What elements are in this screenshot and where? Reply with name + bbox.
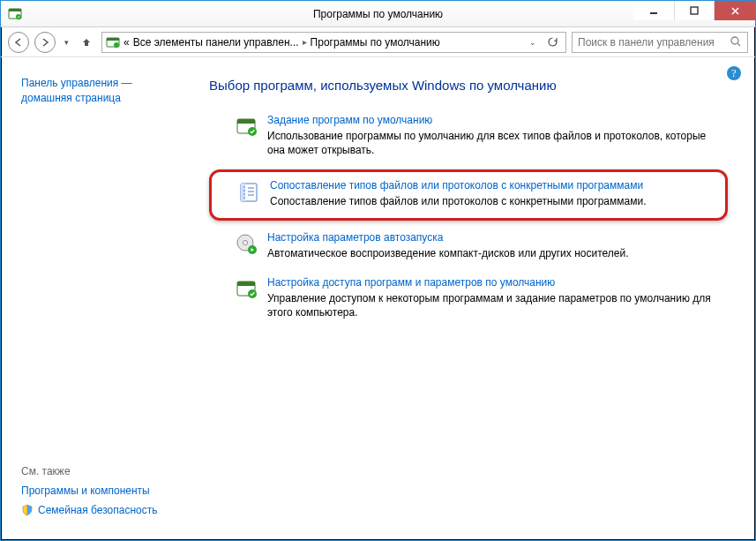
home-link-line1: Панель управления — [21, 77, 132, 89]
control-panel-home-link[interactable]: Панель управления — домашняя страница [21, 76, 191, 106]
chevron-right-icon: ▸ [303, 37, 307, 47]
option-title-3[interactable]: Настройка параметров автозапуска [267, 231, 719, 244]
window-root: Программы по умолчанию ▾ [0, 0, 756, 541]
breadcrumb-item-2[interactable]: Программы по умолчанию [311, 36, 440, 49]
sidebar-see-also: См. также Программы и компоненты Семейна… [21, 465, 191, 523]
family-safety-link[interactable]: Семейная безопасность [21, 504, 191, 516]
breadcrumb-prefix[interactable]: « [124, 36, 130, 49]
option-autoplay-settings: Настройка параметров автозапуска Автомат… [209, 226, 728, 269]
svg-rect-3 [650, 12, 657, 14]
svg-rect-6 [107, 38, 119, 41]
close-button[interactable] [715, 1, 755, 20]
option-title-2[interactable]: Сопоставление типов файлов или протоколо… [270, 179, 716, 192]
svg-rect-15 [241, 184, 245, 201]
option-set-default-programs: Задание программ по умолчанию Использова… [209, 109, 728, 166]
option-title-4[interactable]: Настройка доступа программ и параметров … [267, 276, 719, 289]
main-panel: ? Выбор программ, используемых Windows п… [200, 58, 754, 539]
up-button[interactable] [77, 33, 96, 52]
option-title-1[interactable]: Задание программ по умолчанию [267, 114, 719, 126]
option-desc-1: Использование программы по умолчанию для… [267, 129, 719, 157]
window-controls [633, 1, 755, 20]
programs-components-text: Программы и компоненты [21, 485, 150, 497]
shield-icon [21, 504, 34, 516]
programs-components-link[interactable]: Программы и компоненты [21, 485, 191, 497]
titlebar: Программы по умолчанию [1, 1, 755, 27]
search-box[interactable] [572, 32, 748, 53]
search-input[interactable] [578, 36, 727, 49]
option-desc-3: Автоматическое воспроизведение компакт-д… [267, 246, 719, 260]
minimize-button[interactable] [633, 1, 674, 20]
search-icon [730, 36, 742, 48]
control-panel-icon [106, 35, 120, 49]
svg-rect-1 [9, 9, 21, 11]
maximize-button[interactable] [674, 1, 715, 20]
program-access-icon [236, 278, 258, 301]
see-also-label: См. также [21, 465, 191, 477]
svg-point-7 [114, 42, 119, 48]
recent-dropdown[interactable]: ▾ [61, 38, 71, 47]
svg-rect-20 [237, 282, 255, 286]
window-icon [8, 7, 22, 21]
page-heading: Выбор программ, используемых Windows по … [209, 78, 728, 93]
forward-button[interactable] [34, 32, 56, 53]
breadcrumb-item-1[interactable]: Все элементы панели управлен... [133, 36, 299, 49]
svg-rect-12 [237, 119, 255, 124]
svg-point-17 [243, 240, 248, 244]
breadcrumb-dropdown[interactable]: ⌄ [526, 38, 540, 47]
address-bar: ▾ « Все элементы панели управлен... ▸ Пр… [1, 27, 755, 57]
sidebar: Панель управления — домашняя страница См… [2, 58, 200, 539]
svg-point-8 [731, 37, 738, 44]
back-button[interactable] [8, 32, 29, 53]
associate-icon [238, 181, 261, 204]
refresh-button[interactable] [543, 36, 562, 48]
option-desc-4: Управление доступом к некоторым программ… [267, 291, 719, 319]
family-safety-text: Семейная безопасность [38, 504, 158, 516]
svg-text:?: ? [731, 67, 736, 79]
content-area: Панель управления — домашняя страница См… [2, 58, 754, 539]
breadcrumb-bar[interactable]: « Все элементы панели управлен... ▸ Прог… [101, 32, 566, 53]
option-desc-2: Сопоставление типов файлов или протоколо… [270, 194, 716, 208]
help-icon[interactable]: ? [726, 65, 742, 81]
svg-rect-4 [691, 7, 698, 14]
default-programs-icon [236, 116, 258, 139]
option-associate-file-types: Сопоставление типов файлов или протоколо… [209, 169, 728, 220]
home-link-line2: домашняя страница [21, 91, 191, 106]
option-program-access: Настройка доступа программ и параметров … [209, 271, 728, 328]
autoplay-icon [236, 233, 258, 256]
